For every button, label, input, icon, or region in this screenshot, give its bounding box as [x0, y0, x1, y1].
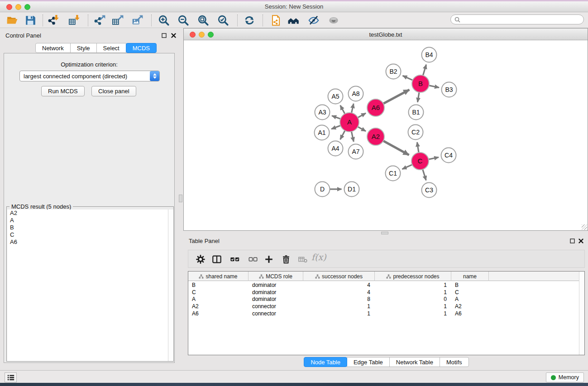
table-cell[interactable]: 1 — [375, 281, 451, 289]
graph-edge-A-A8[interactable] — [351, 104, 354, 114]
table-cell[interactable]: A2 — [451, 303, 489, 310]
graph-edge-A6-B[interactable] — [383, 90, 409, 104]
tab-edge-table[interactable]: Edge Table — [347, 357, 390, 367]
graph-edge-A-A7[interactable] — [351, 131, 354, 142]
refresh-button[interactable] — [243, 14, 256, 27]
zoom-fit-button[interactable] — [196, 14, 210, 27]
mcds-result-item[interactable]: A2 — [7, 210, 173, 217]
task-history-button[interactable] — [5, 372, 17, 382]
graph-edge-C-C2[interactable] — [417, 142, 419, 153]
graph-edge-B-B2[interactable] — [403, 76, 413, 80]
tab-motifs[interactable]: Motifs — [440, 357, 469, 367]
column-header-name[interactable]: name — [451, 272, 489, 281]
table-scrollbar[interactable] — [579, 272, 584, 355]
table-cell[interactable]: connector — [249, 310, 303, 317]
table-cell[interactable]: A — [451, 295, 489, 303]
table-cell[interactable]: A — [188, 295, 249, 303]
graph-edge-A-A5[interactable] — [340, 105, 345, 114]
mcds-list-scrollbar[interactable] — [168, 210, 173, 361]
window-resize-grip[interactable] — [582, 224, 587, 230]
column-header-shared-name[interactable]: shared name — [188, 272, 249, 281]
tab-node-table[interactable]: Node Table — [304, 357, 347, 367]
zoom-out-button[interactable] — [177, 14, 190, 27]
unselect-all-columns-button[interactable] — [247, 253, 259, 266]
horizontal-split-handle[interactable] — [381, 232, 388, 234]
open-session-button[interactable] — [5, 14, 19, 27]
search-field[interactable] — [450, 14, 584, 24]
mcds-result-item[interactable]: A — [7, 217, 173, 224]
table-cell[interactable]: B — [451, 281, 489, 289]
search-input[interactable] — [463, 16, 583, 23]
criterion-dropdown[interactable]: largest connected component (directed) — [19, 71, 160, 81]
table-cell[interactable]: A2 — [188, 303, 249, 310]
hide-selected-button[interactable] — [307, 14, 320, 27]
export-table-button[interactable] — [111, 14, 125, 27]
float-table-panel-icon[interactable] — [569, 238, 575, 244]
graph-edge-C-C3[interactable] — [422, 169, 426, 180]
run-mcds-button[interactable]: Run MCDS — [41, 86, 85, 96]
table-cell[interactable]: 4 — [303, 281, 375, 289]
tab-mcds[interactable]: MCDS — [126, 43, 157, 53]
graph-edge-A-A4[interactable] — [340, 130, 345, 140]
select-all-columns-button[interactable] — [229, 253, 241, 266]
table-cell[interactable]: 0 — [375, 295, 451, 303]
close-panel-button[interactable]: Close panel — [91, 86, 136, 96]
table-cell[interactable]: dominator — [249, 295, 303, 303]
tab-style[interactable]: Style — [70, 43, 97, 53]
delete-table-button[interactable] — [296, 253, 309, 266]
graph-edge-B-B1[interactable] — [418, 92, 420, 102]
graph-edge-A-A6[interactable] — [358, 113, 366, 118]
table-cell[interactable]: B — [188, 281, 249, 289]
graph-edge-A-A1[interactable] — [331, 125, 341, 129]
tab-network-table[interactable]: Network Table — [389, 357, 440, 367]
table-cell[interactable]: 4 — [303, 289, 375, 296]
table-cell[interactable]: 1 — [375, 289, 451, 296]
import-network-button[interactable] — [47, 14, 61, 27]
mcds-result-item[interactable]: B — [7, 224, 173, 231]
graph-edge-A2-C[interactable] — [383, 141, 409, 155]
graph-edge-C-C1[interactable] — [402, 164, 413, 169]
import-table-button[interactable] — [68, 14, 81, 27]
show-eye-button[interactable] — [327, 14, 340, 27]
table-cell[interactable]: 8 — [303, 295, 375, 303]
graph-edge-A-A2[interactable] — [358, 127, 366, 131]
graph-edge-C-C4[interactable] — [428, 157, 439, 160]
table-cell[interactable]: A6 — [188, 310, 249, 317]
settings-gear-button[interactable] — [194, 253, 207, 266]
tab-network[interactable]: Network — [35, 43, 71, 53]
table-cell[interactable]: 1 — [303, 303, 375, 310]
function-builder-button[interactable]: f(x) — [311, 252, 326, 262]
table-cell[interactable]: connector — [249, 303, 303, 310]
graph-edge-B-B3[interactable] — [429, 86, 439, 88]
table-cell[interactable]: 1 — [303, 310, 375, 317]
export-network-button[interactable] — [93, 14, 107, 27]
close-panel-icon[interactable] — [171, 33, 177, 38]
column-header-successor-nodes[interactable]: successor nodes — [303, 272, 375, 281]
zoom-selected-button[interactable] — [216, 14, 230, 27]
table-cell[interactable]: dominator — [249, 289, 303, 296]
zoom-in-button[interactable] — [157, 14, 171, 27]
float-panel-icon[interactable] — [161, 33, 167, 38]
add-column-button[interactable] — [263, 253, 275, 266]
graph-edge-B-B4[interactable] — [423, 65, 426, 76]
browser-button[interactable] — [287, 14, 301, 27]
column-view-button[interactable] — [210, 253, 223, 266]
mcds-result-item[interactable]: C — [7, 231, 173, 238]
table-cell[interactable]: C — [451, 289, 489, 296]
network-canvas[interactable]: B4B2BB3A8A5A6A3B1AA1C2A2A4A7C4CC1C3DD1 — [184, 40, 588, 230]
table-cell[interactable]: A6 — [451, 310, 489, 317]
column-header-predecessor-nodes[interactable]: predecessor nodes — [375, 272, 451, 281]
export-image-button[interactable] — [131, 14, 144, 27]
table-cell[interactable]: 1 — [375, 303, 451, 310]
table-cell[interactable]: dominator — [249, 281, 303, 289]
vertical-split-handle[interactable] — [179, 195, 182, 202]
mcds-result-item[interactable]: A6 — [7, 238, 173, 246]
table-cell[interactable]: 1 — [375, 310, 451, 317]
delete-column-button[interactable] — [280, 253, 292, 266]
column-header-mcds-role[interactable]: MCDS role — [249, 272, 303, 281]
new-network-from-selection-button[interactable] — [269, 14, 282, 27]
close-table-panel-icon[interactable] — [578, 238, 584, 244]
memory-button[interactable]: Memory — [546, 372, 584, 382]
table-cell[interactable]: C — [188, 289, 249, 296]
save-session-button[interactable] — [24, 14, 37, 27]
